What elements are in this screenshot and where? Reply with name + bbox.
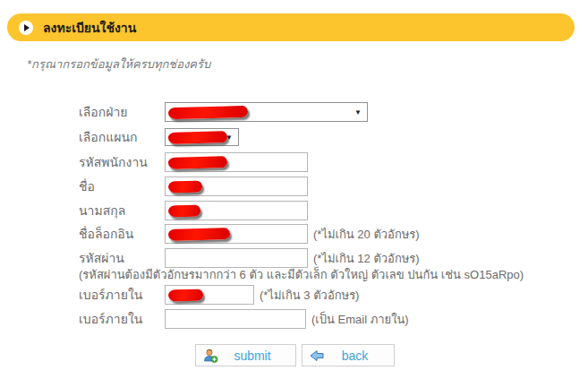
form-row-internal-phone: เบอร์ภายใน (*ไม่เกิน 3 ตัวอักษร) [79,285,359,305]
last-name-input[interactable] [165,201,308,220]
internal-email-note: (เป็น Email ภายใน) [311,310,409,329]
form-row-first-name: ชื่อ [79,177,308,196]
login-name-note: (*ไม่เกิน 20 ตัวอักษร) [313,225,420,244]
redaction-scribble [168,205,200,218]
page-title: ลงทะเบียนใช้งาน [43,18,136,38]
login-name-input[interactable] [165,224,308,244]
login-name-label: ชื่อล็อกอิน [79,224,165,244]
redaction-scribble [168,156,227,169]
redaction-scribble [168,131,227,144]
back-button[interactable]: back [302,344,395,366]
chevron-down-icon: ▼ [354,108,362,116]
employee-id-input[interactable] [165,152,308,172]
form-row-last-name: นามสกุล [79,201,308,220]
form-row-department: เลือกฝ่าย ▼ [79,102,368,122]
department-select[interactable]: ▼ [165,102,368,122]
employee-id-label: รหัสพนักงาน [79,152,165,172]
first-name-input[interactable] [165,177,308,196]
user-add-icon [203,349,218,363]
registration-page: ลงทะเบียนใช้งาน *กรุณากรอกข้อมูลให้ครบทุ… [0,0,588,379]
form-row-internal-email: เบอร์ภายใน (เป็น Email ภายใน) [79,309,409,329]
page-header: ลงทะเบียนใช้งาน [7,13,575,41]
arrow-left-icon [310,349,325,363]
submit-button-label: submit [218,349,286,363]
form-row-login-name: ชื่อล็อกอิน (*ไม่เกิน 20 ตัวอักษร) [79,224,420,244]
form-row-employee-id: รหัสพนักงาน [79,152,308,172]
form-instruction: *กรุณากรอกข้อมูลให้ครบทุกช่องครับ [27,55,210,73]
department-label: เลือกฝ่าย [79,102,165,122]
internal-phone-note: (*ไม่เกิน 3 ตัวอักษร) [260,286,359,305]
redaction-scribble [168,228,230,241]
redaction-scribble [168,181,202,194]
internal-email-input[interactable] [165,309,306,329]
internal-phone-input[interactable] [165,285,254,305]
section-select[interactable]: ▼ [165,128,239,146]
play-icon [24,24,30,31]
last-name-label: นามสกุล [79,201,165,220]
internal-phone-label: เบอร์ภายใน [79,285,165,305]
bullet-circle [19,21,33,35]
password-hint: (รหัสผ่านต้องมีตัวอักษรมากกว่า 6 ตัว และ… [79,265,524,284]
internal-email-label: เบอร์ภายใน [79,309,165,329]
first-name-label: ชื่อ [79,177,165,196]
back-button-label: back [325,349,385,363]
chevron-down-icon: ▼ [226,134,233,142]
redaction-scribble [168,289,203,301]
redaction-scribble [168,106,248,119]
form-row-section: เลือกแผนก ▼ [79,127,239,147]
submit-button[interactable]: submit [195,344,296,366]
section-label: เลือกแผนก [79,127,165,147]
